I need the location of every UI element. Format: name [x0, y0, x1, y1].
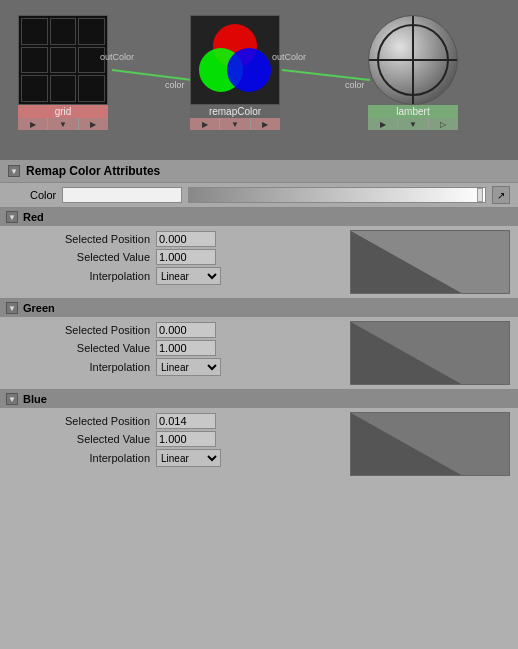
- green-channel-header: ▼ Green: [0, 299, 518, 317]
- green-position-input[interactable]: [156, 322, 216, 338]
- red-interp-label: Interpolation: [40, 270, 150, 282]
- red-interp-row: Interpolation Linear Smooth Spline Const…: [0, 266, 343, 286]
- blue-interp-select[interactable]: Linear Smooth Spline Constant: [156, 449, 221, 467]
- blue-position-label: Selected Position: [40, 415, 150, 427]
- green-curve-svg: [351, 322, 509, 384]
- grid-node-label: grid: [18, 105, 108, 118]
- green-channel-content: Selected Position Selected Value Interpo…: [0, 317, 518, 389]
- red-channel-section: ▼ Red Selected Position Selected Value I…: [0, 207, 518, 298]
- green-interp-row: Interpolation Linear Smooth Spline Const…: [0, 357, 343, 377]
- remap-outcolor-label: outColor: [272, 52, 306, 62]
- color-row: Color ↗: [0, 183, 518, 207]
- grid-cell: [21, 75, 48, 102]
- green-channel-label: Green: [23, 302, 55, 314]
- red-channel-header: ▼ Red: [0, 208, 518, 226]
- blue-channel-section: ▼ Blue Selected Position Selected Value …: [0, 389, 518, 480]
- red-curve-graph[interactable]: [350, 230, 510, 294]
- grid-canvas: [18, 15, 108, 105]
- red-value-input[interactable]: [156, 249, 216, 265]
- remap-next-btn[interactable]: ▶: [251, 118, 280, 130]
- lambert-play-btn[interactable]: ▶: [368, 118, 398, 130]
- color-label: Color: [30, 189, 56, 201]
- green-position-label: Selected Position: [40, 324, 150, 336]
- green-collapse-arrow[interactable]: ▼: [6, 302, 18, 314]
- attr-panel: ▼ Remap Color Attributes Color ↗ ▼ Red S…: [0, 160, 518, 480]
- red-curve-svg: [351, 231, 509, 293]
- lambert-next-btn[interactable]: ▷: [429, 118, 458, 130]
- grid-node: grid ▶ ▼ ▶: [18, 15, 108, 130]
- remap-svg: [193, 18, 277, 102]
- green-curve-graph[interactable]: [350, 321, 510, 385]
- blue-value-label: Selected Value: [40, 433, 150, 445]
- green-value-row: Selected Value: [0, 339, 343, 357]
- remap-play-btn[interactable]: ▶: [190, 118, 220, 130]
- remap-node: remapColor ▶ ▼ ▶: [190, 15, 280, 130]
- lambert-inner-circle: [377, 24, 449, 96]
- remap-collapse-arrow[interactable]: ▼: [8, 165, 20, 177]
- color-gradient-bar[interactable]: [188, 187, 486, 203]
- remap-canvas: [190, 15, 280, 105]
- grid-play-btn[interactable]: ▶: [18, 118, 48, 130]
- red-channel-label: Red: [23, 211, 44, 223]
- svg-point-4: [227, 48, 271, 92]
- lambert-node-label: lambert: [368, 105, 458, 118]
- red-position-input[interactable]: [156, 231, 216, 247]
- green-value-input[interactable]: [156, 340, 216, 356]
- red-collapse-arrow[interactable]: ▼: [6, 211, 18, 223]
- green-interp-select[interactable]: Linear Smooth Spline Constant: [156, 358, 221, 376]
- red-interp-select[interactable]: Linear Smooth Spline Constant: [156, 267, 221, 285]
- blue-interp-label: Interpolation: [40, 452, 150, 464]
- remap-color-label: color: [165, 80, 185, 90]
- red-position-label: Selected Position: [40, 233, 150, 245]
- remap-node-controls: ▶ ▼ ▶: [190, 118, 280, 130]
- blue-value-input[interactable]: [156, 431, 216, 447]
- blue-value-row: Selected Value: [0, 430, 343, 448]
- lambert-canvas: [368, 15, 458, 105]
- blue-channel-label: Blue: [23, 393, 47, 405]
- green-channel-section: ▼ Green Selected Position Selected Value…: [0, 298, 518, 389]
- remap-node-label: remapColor: [190, 105, 280, 118]
- grid-cell: [21, 47, 48, 74]
- grid-cell: [50, 47, 77, 74]
- blue-channel-header: ▼ Blue: [0, 390, 518, 408]
- blue-position-input[interactable]: [156, 413, 216, 429]
- blue-curve-graph[interactable]: [350, 412, 510, 476]
- blue-collapse-arrow[interactable]: ▼: [6, 393, 18, 405]
- grid-cell: [78, 18, 105, 45]
- green-interp-label: Interpolation: [40, 361, 150, 373]
- grid-cell: [50, 18, 77, 45]
- lambert-node: lambert ▶ ▼ ▷: [368, 15, 458, 130]
- red-value-row: Selected Value: [0, 248, 343, 266]
- green-position-row: Selected Position: [0, 321, 343, 339]
- green-value-label: Selected Value: [40, 342, 150, 354]
- lambert-arrow-btn[interactable]: ▼: [398, 118, 428, 130]
- grid-cell: [21, 18, 48, 45]
- blue-curve-svg: [351, 413, 509, 475]
- grid-outcolor-label: outColor: [100, 52, 134, 62]
- lambert-node-controls: ▶ ▼ ▷: [368, 118, 458, 130]
- grid-node-controls: ▶ ▼ ▶: [18, 118, 108, 130]
- grid-arrow-btn[interactable]: ▼: [48, 118, 78, 130]
- blue-position-row: Selected Position: [0, 412, 343, 430]
- blue-channel-content: Selected Position Selected Value Interpo…: [0, 408, 518, 480]
- red-position-row: Selected Position: [0, 230, 343, 248]
- remap-arrow-btn[interactable]: ▼: [220, 118, 250, 130]
- blue-interp-row: Interpolation Linear Smooth Spline Const…: [0, 448, 343, 468]
- svg-line-1: [282, 70, 370, 80]
- grid-cell: [50, 75, 77, 102]
- grid-cell: [78, 75, 105, 102]
- svg-line-0: [112, 70, 192, 80]
- export-icon-btn[interactable]: ↗: [492, 186, 510, 204]
- node-graph: grid ▶ ▼ ▶ outColor color remapColor ▶ ▼…: [0, 0, 518, 160]
- lambert-color-label: color: [345, 80, 365, 90]
- red-value-label: Selected Value: [40, 251, 150, 263]
- panel-title: Remap Color Attributes: [26, 164, 160, 178]
- red-channel-content: Selected Position Selected Value Interpo…: [0, 226, 518, 298]
- remap-attr-header: ▼ Remap Color Attributes: [0, 160, 518, 183]
- color-swatch[interactable]: [62, 187, 182, 203]
- grid-next-btn[interactable]: ▶: [79, 118, 108, 130]
